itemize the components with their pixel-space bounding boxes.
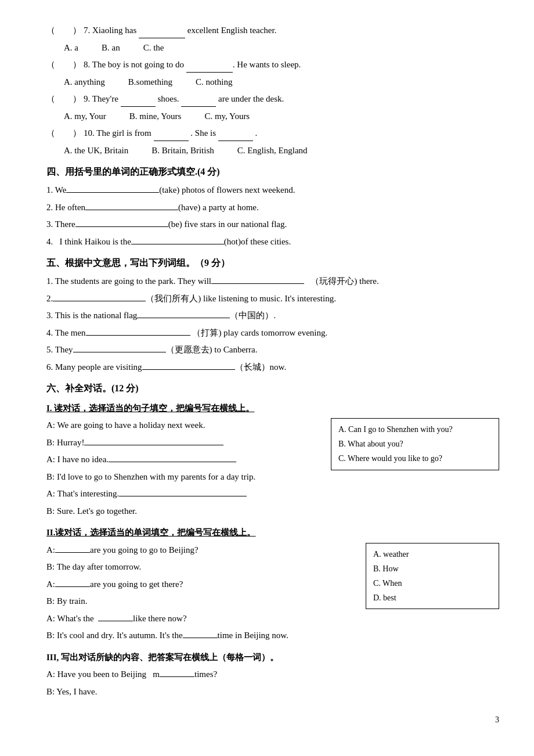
q10-blank2[interactable] [218,132,253,141]
s6-p1-opt-c: C. Where would you like to go? [338,451,492,466]
q7-text: 7. Xiaoling has excellent English teache… [84,23,276,38]
s4-q3-blank[interactable] [75,218,168,227]
q10-opt-c: C. English, England [237,143,308,159]
s6-p1-d4: B: I'd love to go to Shenzhen with my pa… [46,470,319,485]
s6-p2-blank3[interactable] [98,612,133,621]
s6-part2-box: A. weather B. How C. When D. best [366,543,499,610]
s4-q1-blank[interactable] [66,183,159,193]
s6-p3-blank1[interactable] [160,668,194,677]
s5-q3: 3. This is the national flag （中国的）. [46,308,499,323]
s6-p2-d2: B: The day after tomorrow. [46,560,354,575]
s6-p2-d5: A: What's the like there now? [46,611,354,627]
q9-blank1[interactable] [121,98,156,107]
q7-opt-a: A. a [64,41,78,56]
q10-options: A. the UK, Britain B. Britain, British C… [46,143,499,159]
s6-p2-d4: B: By train. [46,594,354,609]
q7-opt-b: B. an [102,41,120,56]
s6-p2-d6: B: It's cool and dry. It's autumn. It's … [46,628,499,643]
s6-part1-box: A. Can I go to Shenzhen with you? B. Wha… [331,418,499,470]
s4-q2-blank[interactable] [85,201,178,210]
s6-p1-d1: A: We are going to have a holiday next w… [46,418,319,433]
s6-p2-blank2[interactable] [55,578,90,587]
q9-opt-c: C. my, Yours [204,109,250,124]
page-number: 3 [495,713,499,727]
s6-p3-d2: B: Yes, I have. [46,685,499,700]
paren-9: （ ） [46,92,81,107]
q9-opt-a: A. my, Your [64,109,106,124]
s6-p2-d3: A: are you going to get there? [46,577,354,592]
q10-blank1[interactable] [154,132,189,141]
s6-p1-blank2[interactable] [109,453,236,462]
s4-q2: 2. He often (have) a party at home. [46,200,499,215]
s4-q4-blank[interactable] [131,235,224,244]
s6-part1-title: I. 读对话，选择适当的句子填空，把编号写在横线上。 [46,401,499,416]
section5-title: 五、根据中文意思，写出下列词组。（9 分） [46,255,499,271]
s4-q4: 4. I think Haikou is the (hot)of these c… [46,235,499,250]
q9-blank2[interactable] [181,98,216,107]
s6-p2-blank4[interactable] [183,629,218,638]
s5-q5: 5. They （更愿意去) to Canberra. [46,343,499,358]
q10-opt-a: A. the UK, Britain [64,143,128,159]
q10-text: 10. The girl is from . She is . [84,126,257,141]
q9-opt-b: B. mine, Yours [129,109,182,124]
s6-part2-title: II.读对话，选择适当的单词填空，把编号写在横线上。 [46,525,499,541]
s4-q1: 1. We (take) photos of flowers next week… [46,183,499,198]
s6-p2-opt-a: A. weather [373,547,492,561]
q8-blank[interactable] [186,63,233,73]
q8-opt-a: A. anything [64,75,105,90]
s5-q6: 6. Many people are visiting （长城）now. [46,360,499,375]
section4-title: 四、用括号里的单词的正确形式填空.(4 分) [46,164,499,179]
q7-opt-c: C. the [143,41,164,56]
s5-q3-blank[interactable] [137,309,230,318]
s6-p1-blank1[interactable] [84,436,223,445]
q8-text: 8. The boy is not going to do . He wants… [84,57,301,73]
s6-p2-opt-c: C. When [373,576,492,591]
q9-options: A. my, Your B. mine, Yours C. my, Yours [46,109,499,124]
q7-options: A. a B. an C. the [46,41,499,56]
s6-p1-opt-a: A. Can I go to Shenzhen with you? [338,422,492,437]
q10-opt-b: B. Britain, British [151,143,214,159]
s6-p1-d6: B: Sure. Let's go together. [46,504,499,519]
paren-7: （ ） [46,23,81,38]
q7-blank[interactable] [139,29,185,38]
section6-title: 六、补全对话。(12 分) [46,380,499,396]
q8-options: A. anything B.something C. nothing [46,75,499,90]
s6-p2-d1: A: are you going to go to Beijing? [46,543,354,558]
s5-q1-blank[interactable] [211,275,304,284]
s6-p2-opt-b: B. How [373,561,492,576]
s5-q5-blank[interactable] [73,343,166,352]
s4-q3: 3. There (be) five stars in our national… [46,217,499,232]
s6-p1-opt-b: B. What about you? [338,437,492,451]
s6-p1-d3: A: I have no idea. [46,452,319,467]
s6-p2-opt-d: D. best [373,591,492,605]
s5-q2: 2. （我们所有人) like listening to music. It's… [46,291,499,307]
paren-8: （ ） [46,57,81,73]
s6-p1-d5: A: That's interesting. [46,487,499,502]
q8-opt-c: C. nothing [196,75,232,90]
s6-p1-blank3[interactable] [119,487,247,496]
q9-text: 9. They're shoes. are under the desk. [84,92,284,107]
s5-q6-blank[interactable] [142,361,235,370]
s6-p3-d1: A: Have you been to Beijing m times? [46,667,499,682]
s5-q4-blank[interactable] [86,326,190,336]
q8-opt-b: B.something [128,75,172,90]
s6-p2-blank1[interactable] [55,543,90,553]
paren-10: （ ） [46,126,81,141]
s6-p1-d2: B: Hurray! [46,435,319,451]
s5-q1: 1. The students are going to the park. T… [46,274,499,289]
s5-q2-blank[interactable] [53,292,146,301]
s5-q4: 4. The men （打算) play cards tomorrow even… [46,326,499,341]
s6-part3-title: III, 写出对话所缺的内容、把答案写在横线上（每格一词）。 [46,650,499,665]
